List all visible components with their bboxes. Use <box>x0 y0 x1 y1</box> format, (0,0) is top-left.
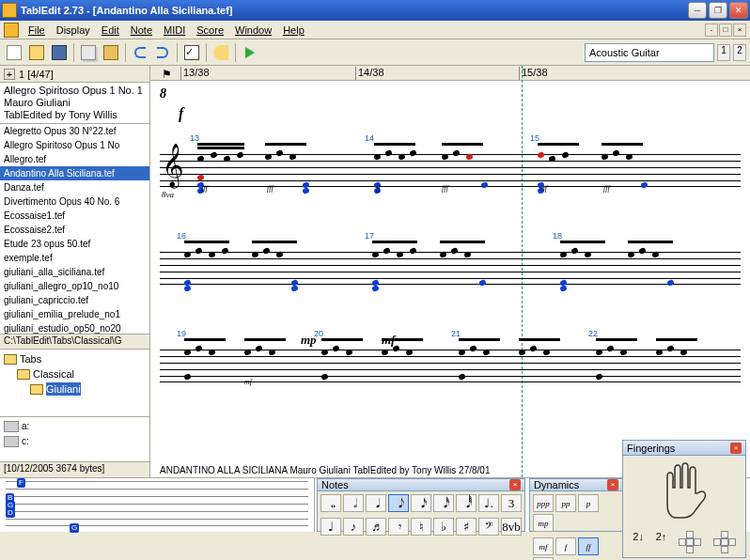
file-item[interactable]: giuliani_allegro_op10_no10 <box>0 279 149 293</box>
file-item[interactable]: Alegretto Opus 30 N°22.tef <box>0 124 149 138</box>
palette-button[interactable]: 𝅝 <box>320 494 341 512</box>
dpad-left[interactable] <box>679 531 701 553</box>
file-item[interactable]: giuliani_capriccio.tef <box>0 293 149 307</box>
ruler[interactable]: ⚑ 13/38 14/38 15/38 <box>150 66 750 81</box>
copy-button[interactable] <box>78 42 99 63</box>
file-item[interactable]: Allegro Spiritoso Opus 1 No <box>0 138 149 152</box>
tablature-view[interactable]: F B G D G <box>0 478 315 532</box>
track-1-button[interactable]: 1 <box>717 44 730 61</box>
open-button[interactable] <box>26 42 47 63</box>
close-button[interactable]: ✕ <box>729 2 748 19</box>
file-item[interactable]: Etude 23 opus 50.tef <box>0 237 149 251</box>
palette-button[interactable]: ♪ <box>343 518 364 536</box>
fret-badge: D <box>6 508 15 518</box>
palette-button[interactable]: 3 <box>501 494 522 512</box>
palette-button[interactable]: 𝅘𝅥𝅱 <box>456 494 477 512</box>
undo-button[interactable] <box>130 42 150 63</box>
palette-button[interactable]: 𝅗𝅥 <box>343 494 364 512</box>
menu-edit[interactable]: Edit <box>96 23 125 38</box>
minimize-button[interactable]: ─ <box>688 2 707 19</box>
file-item[interactable]: giuliani_estudio_op50_no20 <box>0 321 149 334</box>
file-item[interactable]: Divertimento Opus 40 No. 6 <box>0 194 149 209</box>
palette-button[interactable]: ♩. <box>478 494 499 512</box>
dpad-right[interactable] <box>713 531 736 553</box>
file-item[interactable]: Andantino Alla Siciliana.tef <box>0 166 149 180</box>
drive-list[interactable]: a:c: <box>0 417 149 462</box>
notes-palette: Notes× 𝅝𝅗𝅥𝅘𝅥𝅘𝅥𝅮𝅘𝅥𝅯𝅘𝅥𝅰𝅘𝅥𝅱♩.3 ♩♪♬𝄾♮♭♯𝄢8vb <box>317 478 525 532</box>
drive-item[interactable]: a: <box>2 419 148 434</box>
staff-row[interactable]: 𝄞 13 14 15 fff fff ff fff mf fff 8va <box>160 122 741 210</box>
play-button[interactable] <box>240 42 260 63</box>
menu-display[interactable]: Display <box>51 23 96 38</box>
palette-button[interactable]: ♮ <box>411 518 431 536</box>
folder-item[interactable]: Classical <box>2 366 148 381</box>
expand-button[interactable]: + <box>4 69 15 80</box>
file-list[interactable]: Alegretto Opus 30 N°22.tefAllegro Spirit… <box>0 124 149 334</box>
flag-icon: ⚑ <box>162 68 172 82</box>
sidebar: + 1 [4/47] Allegro Spiritoso Opus 1 No. … <box>0 66 150 477</box>
palette-button[interactable]: 8vb <box>501 518 522 536</box>
palette-button[interactable]: p <box>578 494 599 512</box>
file-item[interactable]: Ecossaise2.tef <box>0 223 149 237</box>
folder-tree[interactable]: TabsClassicalGiuliani <box>0 350 149 417</box>
close-palette-button[interactable]: × <box>730 443 742 454</box>
dynamics-palette: Dynamics× ppppppmp mfffffff <box>529 478 623 532</box>
score-view[interactable]: ⚑ 13/38 14/38 15/38 8 f 𝄞 13 14 15 <box>150 66 750 477</box>
palette-button[interactable]: mp <box>533 514 554 532</box>
palette-button[interactable]: 𝄢 <box>478 518 499 536</box>
palette-button[interactable]: ♬ <box>366 518 386 536</box>
drive-item[interactable]: c: <box>2 434 148 449</box>
close-palette-button[interactable]: × <box>607 479 618 490</box>
menu-note[interactable]: Note <box>125 23 158 38</box>
menu-window[interactable]: Window <box>229 23 277 38</box>
file-item[interactable]: Ecossaise1.tef <box>0 209 149 223</box>
track-2-button[interactable]: 2 <box>733 44 746 61</box>
palette-button[interactable]: f <box>555 537 576 555</box>
paste-button[interactable] <box>101 42 121 63</box>
measure-number: 18 <box>553 231 562 241</box>
palette-button[interactable]: ♭ <box>433 518 454 536</box>
fingering-label[interactable]: 2↓ <box>633 531 644 553</box>
staff-row[interactable]: 19 20 21 22 mp mf mf <box>160 318 741 406</box>
file-item[interactable]: Allegro.tef <box>0 152 149 166</box>
save-button[interactable] <box>49 42 70 63</box>
hand-diagram[interactable] <box>623 456 745 529</box>
palette-button[interactable]: pp <box>555 494 576 512</box>
file-item[interactable]: exemple.tef <box>0 251 149 265</box>
palette-button[interactable]: 𝅘𝅥 <box>366 494 386 512</box>
sound-button[interactable] <box>211 42 231 63</box>
fret-badge: F <box>17 478 25 488</box>
song-author: Mauro Giuliani <box>4 97 146 109</box>
file-item[interactable]: giuliani_emilia_prelude_no1 <box>0 307 149 321</box>
measure-number: 17 <box>365 231 374 241</box>
menu-help[interactable]: Help <box>277 23 310 38</box>
palette-button[interactable]: ff <box>578 537 599 555</box>
palette-button[interactable]: 𝅘𝅥𝅮 <box>388 494 409 512</box>
staff-row[interactable]: 16 17 18 <box>160 220 741 308</box>
menu-midi[interactable]: MIDI <box>158 23 191 38</box>
palette-button[interactable]: 𝄾 <box>388 518 409 536</box>
palette-button[interactable]: mf <box>533 537 554 555</box>
file-item[interactable]: Danza.tef <box>0 180 149 194</box>
palette-button[interactable]: ppp <box>533 494 554 512</box>
mdi-restore-button[interactable]: □ <box>719 23 732 37</box>
maximize-button[interactable]: ❐ <box>709 2 727 19</box>
palette-button[interactable]: 𝅘𝅥𝅰 <box>433 494 454 512</box>
path-bar: C:\TablEdit\Tabs\Classical\G <box>0 334 149 350</box>
folder-item[interactable]: Tabs <box>2 351 148 366</box>
folder-item[interactable]: Giuliani <box>2 381 148 397</box>
menu-file[interactable]: File <box>23 23 51 38</box>
close-palette-button[interactable]: × <box>509 479 521 490</box>
palette-button[interactable]: ♯ <box>456 518 477 536</box>
palette-button[interactable]: 𝅘𝅥𝅯 <box>411 494 431 512</box>
file-item[interactable]: giuliani_alla_siciliana.tef <box>0 265 149 279</box>
instrument-select[interactable]: Acoustic Guitar <box>585 43 714 62</box>
palette-button[interactable]: ♩ <box>320 518 341 536</box>
menu-score[interactable]: Score <box>191 23 229 38</box>
new-button[interactable] <box>4 42 24 63</box>
redo-button[interactable] <box>152 42 173 63</box>
mdi-close-button[interactable]: × <box>733 23 746 37</box>
check-button[interactable]: ✓ <box>181 42 202 63</box>
mdi-minimize-button[interactable]: - <box>705 23 718 37</box>
fingering-label[interactable]: 2↑ <box>656 531 667 553</box>
